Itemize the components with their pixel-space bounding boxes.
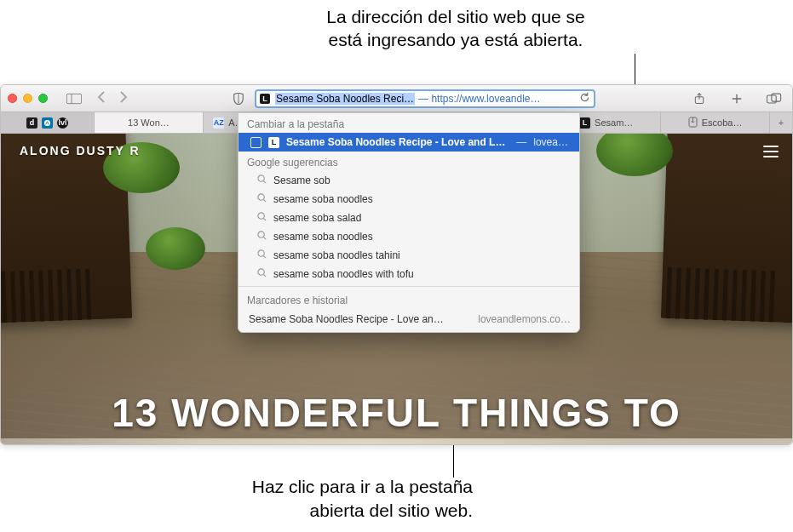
address-text: Sesame Soba Noodles Reci… — https://www.… bbox=[275, 93, 579, 105]
zoom-window-button[interactable] bbox=[38, 94, 48, 103]
tab-favicon: AZ bbox=[213, 117, 224, 129]
suggest-search-row[interactable]: Sesame sob bbox=[238, 171, 579, 190]
suggest-separator: — bbox=[516, 136, 526, 148]
share-button[interactable] bbox=[688, 90, 710, 107]
new-tab-plus-button[interactable]: + bbox=[770, 112, 792, 133]
callout-bottom: Haz clic para ir a la pestaña abierta de… bbox=[132, 475, 473, 522]
bookmark-icon bbox=[688, 117, 698, 129]
suggest-history-domain: loveandlemons.co… bbox=[478, 313, 571, 325]
svg-point-14 bbox=[258, 213, 264, 219]
tab-favicon: L bbox=[579, 117, 590, 129]
suggest-section-switch-label: Cambiar a la pestaña bbox=[238, 113, 579, 133]
address-bar[interactable]: L Sesame Soba Noodles Reci… — https://ww… bbox=[255, 89, 595, 108]
suggest-query: sesame soba salad bbox=[273, 212, 361, 224]
suggest-query: Sesame sob bbox=[273, 174, 330, 186]
search-icon bbox=[257, 268, 267, 280]
browser-window: L Sesame Soba Noodles Reci… — https://ww… bbox=[0, 84, 793, 445]
reload-icon[interactable] bbox=[579, 92, 590, 106]
suggest-switch-to-tab-row[interactable]: L Sesame Soba Noodles Recipe - Love and … bbox=[238, 133, 579, 152]
suggest-search-row[interactable]: sesame soba noodles bbox=[238, 227, 579, 246]
address-autocomplete-text: — https://www.loveandle… bbox=[418, 93, 540, 105]
suggest-section-history-label: Marcadores e historial bbox=[238, 289, 579, 309]
suggest-search-row[interactable]: sesame soba salad bbox=[238, 209, 579, 227]
search-icon bbox=[257, 174, 267, 186]
suggest-query: sesame soba noodles with tofu bbox=[273, 268, 414, 280]
nav-buttons bbox=[97, 91, 128, 106]
tab-label: Escoba… bbox=[702, 117, 743, 128]
back-button[interactable] bbox=[97, 91, 106, 106]
suggest-history-row[interactable]: Sesame Soba Noodles Recipe - Love an… lo… bbox=[238, 309, 579, 332]
site-brand: ALONG DUSTY R bbox=[20, 144, 141, 157]
tab-window-icon bbox=[250, 137, 261, 148]
tab-active[interactable]: 13 Won… bbox=[95, 112, 204, 133]
site-favicon-icon: L bbox=[260, 94, 270, 104]
suggest-section-google-label: Google sugerencias bbox=[238, 152, 579, 171]
suggest-search-row[interactable]: sesame soba noodles tahini bbox=[238, 246, 579, 265]
search-icon bbox=[257, 249, 267, 261]
tab-overview-button[interactable] bbox=[763, 90, 785, 107]
svg-point-20 bbox=[258, 269, 264, 275]
forward-button[interactable] bbox=[119, 91, 128, 106]
toolbar: L Sesame Soba Noodles Reci… — https://ww… bbox=[1, 85, 792, 112]
pinned-tab-favicon: d bbox=[26, 117, 37, 129]
pinned-tab-favicon bbox=[42, 117, 53, 129]
suggest-query: sesame soba noodles tahini bbox=[273, 249, 400, 261]
suggest-query: sesame soba noodles bbox=[273, 231, 373, 243]
svg-line-11 bbox=[263, 180, 266, 183]
divider bbox=[238, 286, 579, 287]
privacy-shield-icon[interactable] bbox=[227, 90, 250, 107]
suggest-query: sesame soba noodles bbox=[273, 193, 373, 205]
suggest-switch-domain: lovean… bbox=[533, 136, 571, 148]
tab-label: 13 Won… bbox=[128, 117, 170, 128]
svg-point-10 bbox=[258, 175, 264, 181]
search-icon bbox=[257, 212, 267, 224]
window-controls bbox=[8, 94, 48, 103]
svg-line-15 bbox=[263, 218, 266, 220]
decorative-background bbox=[146, 227, 205, 270]
svg-line-17 bbox=[263, 237, 266, 239]
pinned-tab-favicon: lvl bbox=[57, 117, 68, 129]
svg-line-13 bbox=[263, 199, 266, 202]
page-headline: 13 WONDERFUL THINGS TO bbox=[1, 390, 792, 436]
sidebar-toggle-button[interactable] bbox=[63, 90, 85, 107]
search-icon bbox=[257, 231, 267, 243]
callout-top: La dirección del sitio web que se está i… bbox=[234, 5, 677, 52]
decorative-background bbox=[661, 134, 792, 323]
svg-line-19 bbox=[263, 255, 266, 258]
address-suggestions-dropdown: Cambiar a la pestaña L Sesame Soba Noodl… bbox=[238, 112, 580, 333]
site-favicon-icon: L bbox=[268, 137, 279, 148]
address-typed-text: Sesame Soba Noodles Reci… bbox=[275, 93, 415, 105]
tab-label: Sesam… bbox=[595, 117, 633, 128]
suggest-search-row[interactable]: sesame soba noodles bbox=[238, 190, 579, 209]
svg-point-16 bbox=[258, 232, 264, 237]
suggest-search-row[interactable]: sesame soba noodles with tofu bbox=[238, 265, 579, 283]
tab-escoba[interactable]: Escoba… bbox=[661, 112, 770, 133]
suggest-history-title: Sesame Soba Noodles Recipe - Love an… bbox=[249, 313, 466, 325]
decorative-background bbox=[596, 134, 673, 176]
close-window-button[interactable] bbox=[8, 94, 17, 103]
search-icon bbox=[257, 193, 267, 205]
suggest-switch-title: Sesame Soba Noodles Recipe - Love and Le… bbox=[286, 136, 509, 148]
svg-point-18 bbox=[258, 250, 264, 256]
svg-rect-0 bbox=[66, 94, 81, 103]
site-menu-button[interactable] bbox=[763, 146, 779, 157]
pinned-tab-group[interactable]: d lvl bbox=[1, 112, 95, 133]
new-tab-button[interactable] bbox=[726, 90, 748, 107]
svg-line-21 bbox=[263, 274, 266, 277]
minimize-window-button[interactable] bbox=[23, 94, 32, 103]
svg-point-12 bbox=[258, 194, 264, 200]
